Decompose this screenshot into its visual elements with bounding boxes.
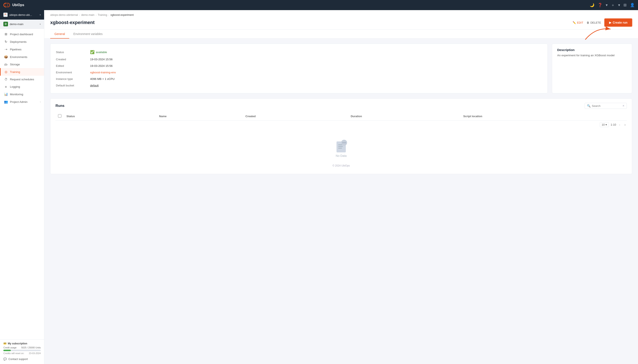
breadcrumb-current: xgboost-experiment (111, 14, 134, 16)
deployments-icon: ↻ (4, 40, 8, 44)
project-name: demo-main (10, 22, 38, 26)
col-header-created: Created (243, 112, 348, 120)
play-icon: ▶ (609, 21, 611, 24)
create-run-button[interactable]: ▶ Create run (604, 18, 632, 26)
select-all-checkbox[interactable] (58, 114, 61, 118)
search-input[interactable] (592, 104, 621, 108)
sidebar-project[interactable]: D demo-main ▾ (0, 20, 44, 29)
field-value-default-bucket: default (90, 82, 542, 88)
edit-button[interactable]: ✏️ EDIT (573, 21, 583, 24)
environment-link[interactable]: xgboost-training-env (90, 71, 116, 74)
svg-point-11 (343, 142, 344, 143)
runs-table: Status Name Created Duration Script loca… (56, 112, 627, 120)
description-title: Description (557, 48, 627, 52)
no-data-text: No Data (336, 154, 347, 158)
next-page-button[interactable]: › (623, 122, 627, 127)
col-header-script-location: Script location (461, 112, 627, 120)
svg-point-3 (5, 14, 6, 14)
sidebar-label-pipelines: Pipelines (10, 48, 22, 51)
sidebar-item-environments[interactable]: 📦 Environments (0, 53, 44, 61)
plus-icon[interactable]: ＋ (611, 2, 615, 8)
org-chevron-icon: ▾ (40, 14, 41, 16)
sidebar: ubiops-demo-ubi... ▾ D demo-main ▾ ⊞ Pro… (0, 10, 44, 364)
footer-link[interactable]: © 2024 UbiOps (333, 164, 350, 167)
monitoring-icon: 📊 (4, 92, 8, 96)
page-title-row: xgboost-experiment ✏️ EDIT 🗑 DELETE ▶ Cr… (50, 18, 632, 30)
info-card: Status ✅ available Created 19-03-2024 15… (50, 44, 548, 93)
table-row-environment: Environment xgboost-training-env (56, 69, 542, 76)
navbar-right: 🌙 ❓ ▾ ＋ ▾ ⊞ 👤 (590, 2, 635, 8)
sidebar-item-deployments[interactable]: ↻ Deployments (0, 38, 44, 46)
subscription-label: 💳 My subscription (3, 342, 41, 345)
sidebar-label-project-admin: Project Admin (10, 100, 28, 104)
sidebar-item-logging[interactable]: ≡ Logging (0, 83, 44, 90)
sidebar-item-project-admin[interactable]: 👥 Project Admin › (0, 98, 44, 106)
field-value-environment: xgboost-training-env (90, 69, 542, 76)
sidebar-item-training[interactable]: ◎ Training (0, 68, 44, 76)
per-page-select[interactable]: 10 ▾ (600, 122, 609, 127)
table-row-created: Created 19-03-2024 15:56 (56, 56, 542, 62)
sidebar-item-project-dashboard[interactable]: ⊞ Project dashboard (0, 30, 44, 38)
field-value-status: ✅ available (90, 48, 542, 56)
runs-section: Runs 🔍 ✕ Status Name (50, 98, 632, 174)
table-row-status: Status ✅ available (56, 48, 542, 56)
environments-icon: 📦 (4, 55, 8, 59)
table-row-default-bucket: Default bucket default (56, 82, 542, 88)
pipelines-icon: ⇢ (4, 48, 8, 51)
description-text: An experiment for training an XGBoost mo… (557, 53, 627, 58)
breadcrumb-sep-3: › (108, 14, 109, 16)
runs-table-head: Status Name Created Duration Script loca… (56, 112, 627, 120)
page-actions: ✏️ EDIT 🗑 DELETE ▶ Create run (573, 18, 632, 26)
sidebar-label-environments: Environments (10, 56, 28, 58)
org-icon (3, 13, 8, 17)
breadcrumb-training[interactable]: Training (98, 14, 107, 16)
sidebar-item-pipelines[interactable]: ⇢ Pipelines (0, 46, 44, 53)
chevron-help-icon[interactable]: ▾ (606, 3, 608, 8)
search-icon: 🔍 (587, 104, 590, 108)
tab-environment-variables[interactable]: Environment variables (69, 30, 107, 38)
user-icon[interactable]: 👤 (630, 3, 635, 8)
delete-button[interactable]: 🗑 DELETE (586, 21, 601, 24)
sidebar-item-request-schedules[interactable]: ⏱ Request schedules (0, 76, 44, 83)
runs-header: Runs 🔍 ✕ (56, 103, 627, 109)
page-range: 1-10 (610, 123, 616, 126)
logging-icon: ≡ (4, 85, 8, 88)
sidebar-item-storage[interactable]: 🗁 Storage (0, 61, 44, 68)
moon-icon[interactable]: 🌙 (590, 3, 594, 8)
sidebar-item-monitoring[interactable]: 📊 Monitoring (0, 90, 44, 98)
credit-values: 5025 / 25000 Units (21, 346, 41, 349)
sidebar-label-project-dashboard: Project dashboard (10, 33, 33, 36)
tabs: General Environment variables (50, 30, 632, 38)
sidebar-label-request-schedules: Request schedules (10, 78, 34, 81)
storage-icon: 🗁 (4, 62, 8, 66)
sidebar-label-monitoring: Monitoring (10, 93, 23, 96)
runs-title: Runs (56, 104, 65, 108)
top-navbar: UbiOps 🌙 ❓ ▾ ＋ ▾ ⊞ 👤 (0, 0, 638, 10)
support-icon: 💬 (3, 358, 7, 361)
tab-general[interactable]: General (50, 30, 69, 38)
layers-icon[interactable]: ⊞ (623, 3, 626, 8)
bucket-link[interactable]: default (90, 84, 99, 87)
edit-icon: ✏️ (573, 21, 576, 24)
prev-page-button[interactable]: ‹ (618, 122, 621, 127)
sidebar-org[interactable]: ubiops-demo-ubi... ▾ (0, 10, 44, 20)
help-icon[interactable]: ❓ (598, 3, 602, 8)
field-label-environment: Environment (56, 69, 90, 76)
training-icon: ◎ (4, 70, 8, 74)
field-value-created: 19-03-2024 15:56 (90, 56, 542, 62)
sidebar-label-storage: Storage (10, 63, 20, 66)
runs-table-header-row: Status Name Created Duration Script loca… (56, 112, 627, 120)
clear-search-icon[interactable]: ✕ (622, 104, 624, 107)
svg-point-13 (345, 142, 346, 143)
chevron-plus-icon[interactable]: ▾ (618, 3, 620, 8)
col-header-duration: Duration (348, 112, 461, 120)
content-area: ubiops-demo-ubinternal › demo-main › Tra… (44, 10, 638, 364)
breadcrumb-project[interactable]: demo-main (81, 14, 95, 16)
contact-support-link[interactable]: 💬 Contact support (3, 356, 41, 362)
field-label-status: Status (56, 48, 90, 56)
breadcrumb-sep-1: › (79, 14, 80, 16)
breadcrumb-org[interactable]: ubiops-demo-ubinternal (50, 14, 78, 16)
progress-bar-fill (3, 350, 11, 351)
progress-bar-bg (3, 350, 41, 351)
project-admin-arrow-icon: › (40, 100, 41, 103)
